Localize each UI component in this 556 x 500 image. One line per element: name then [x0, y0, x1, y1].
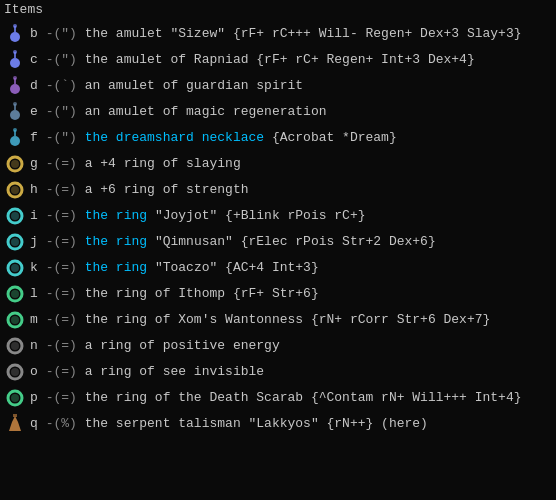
item-sym: -(%): [46, 416, 77, 431]
item-key: b: [30, 26, 38, 41]
list-item: b -(") the amulet "Sizew" {rF+ rC+++ Wil…: [4, 21, 552, 47]
item-sym: -(=): [46, 156, 77, 171]
item-key: l: [30, 286, 38, 301]
item-text-j: j -(=) the ring "Qimnusan" {rElec rPois …: [30, 233, 552, 251]
ring-yellow-icon: [4, 153, 26, 175]
item-text-g: g -(=) a +4 ring of slaying: [30, 155, 552, 173]
item-sym: -(=): [46, 286, 77, 301]
ring-icon: [4, 283, 26, 305]
list-item: n -(=) a ring of positive energy: [4, 333, 552, 359]
item-name-special: the ring: [85, 260, 147, 275]
item-props: "Qimnusan" {rElec rPois Str+2 Dex+6}: [147, 234, 436, 249]
item-text-l: l -(=) the ring of Ithomp {rF+ Str+6}: [30, 285, 552, 303]
ring-icon: [4, 205, 26, 227]
item-text-f: f -(") the dreamshard necklace {Acrobat …: [30, 129, 552, 147]
item-key: d: [30, 78, 38, 93]
item-sym: -(=): [46, 390, 77, 405]
svg-point-12: [10, 136, 20, 146]
talisman-icon: [4, 413, 26, 435]
list-item: k -(=) the ring "Toaczo" {AC+4 Int+3}: [4, 255, 552, 281]
ring-yellow-icon: [4, 179, 26, 201]
item-text-o: o -(=) a ring of see invisible: [30, 363, 552, 381]
item-text-q: q -(%) the serpent talisman "Lakkyos" {r…: [30, 415, 552, 433]
list-item: e -(") an amulet of magic regeneration: [4, 99, 552, 125]
list-item: p -(=) the ring of the Death Scarab {^Co…: [4, 385, 552, 411]
svg-point-0: [10, 32, 20, 42]
item-key: k: [30, 260, 38, 275]
item-name: the ring of Ithomp {rF+ Str+6}: [85, 286, 319, 301]
list-item: h -(=) a +6 ring of strength: [4, 177, 552, 203]
svg-point-8: [13, 76, 17, 80]
svg-point-32: [11, 368, 19, 376]
item-text-b: b -(") the amulet "Sizew" {rF+ rC+++ Wil…: [30, 25, 552, 43]
item-props: {Acrobat *Dream}: [264, 130, 397, 145]
item-sym: -(=): [46, 364, 77, 379]
item-key: n: [30, 338, 38, 353]
list-item: o -(=) a ring of see invisible: [4, 359, 552, 385]
item-name: the amulet "Sizew" {rF+ rC+++ Will- Rege…: [85, 26, 522, 41]
ring-icon: [4, 309, 26, 331]
item-key: f: [30, 130, 38, 145]
item-key: e: [30, 104, 38, 119]
item-sym: -("): [46, 52, 77, 67]
svg-point-14: [13, 128, 17, 132]
svg-point-18: [11, 186, 19, 194]
list-item: l -(=) the ring of Ithomp {rF+ Str+6}: [4, 281, 552, 307]
item-text-d: d -(`) an amulet of guardian spirit: [30, 77, 552, 95]
list-item: f -(") the dreamshard necklace {Acrobat …: [4, 125, 552, 151]
item-name: an amulet of magic regeneration: [85, 104, 327, 119]
item-list: b -(") the amulet "Sizew" {rF+ rC+++ Wil…: [4, 21, 552, 437]
list-item: j -(=) the ring "Qimnusan" {rElec rPois …: [4, 229, 552, 255]
item-name: a ring of positive energy: [85, 338, 280, 353]
svg-marker-35: [9, 416, 21, 431]
ring-icon: [4, 387, 26, 409]
item-name-special: the dreamshard necklace: [85, 130, 264, 145]
item-text-n: n -(=) a ring of positive energy: [30, 337, 552, 355]
item-props: "Toaczo" {AC+4 Int+3}: [147, 260, 319, 275]
item-name: a ring of see invisible: [85, 364, 264, 379]
svg-point-3: [10, 58, 20, 68]
list-item: q -(%) the serpent talisman "Lakkyos" {r…: [4, 411, 552, 437]
item-key: p: [30, 390, 38, 405]
item-sym: -(=): [46, 338, 77, 353]
svg-point-2: [13, 24, 17, 28]
list-item: c -(") the amulet of Rapniad {rF+ rC+ Re…: [4, 47, 552, 73]
item-sym: -(=): [46, 234, 77, 249]
item-key: q: [30, 416, 38, 431]
item-text-e: e -(") an amulet of magic regeneration: [30, 103, 552, 121]
item-text-h: h -(=) a +6 ring of strength: [30, 181, 552, 199]
amulet-icon: [4, 49, 26, 71]
item-name: the ring of the Death Scarab {^Contam rN…: [85, 390, 522, 405]
item-sym: -(`): [46, 78, 77, 93]
svg-point-34: [11, 394, 19, 402]
svg-point-9: [10, 110, 20, 120]
svg-point-28: [11, 316, 19, 324]
item-key: h: [30, 182, 38, 197]
svg-point-22: [11, 238, 19, 246]
item-text-i: i -(=) the ring "Joyjot" {+Blink rPois r…: [30, 207, 552, 225]
amulet-icon: [4, 127, 26, 149]
item-name: the serpent talisman "Lakkyos" {rN++} (h…: [85, 416, 428, 431]
item-key: i: [30, 208, 38, 223]
item-sym: -(=): [46, 182, 77, 197]
item-key: c: [30, 52, 38, 67]
ring-icon: [4, 257, 26, 279]
item-text-m: m -(=) the ring of Xom's Wantonness {rN+…: [30, 311, 552, 329]
svg-point-30: [11, 342, 19, 350]
item-sym: -("): [46, 26, 77, 41]
svg-point-20: [11, 212, 19, 220]
item-text-c: c -(") the amulet of Rapniad {rF+ rC+ Re…: [30, 51, 552, 69]
svg-point-26: [11, 290, 19, 298]
item-name: a +6 ring of strength: [85, 182, 249, 197]
item-sym: -(=): [46, 260, 77, 275]
item-key: j: [30, 234, 38, 249]
item-name: the amulet of Rapniad {rF+ rC+ Regen+ In…: [85, 52, 475, 67]
svg-point-24: [11, 264, 19, 272]
title: Items: [4, 2, 552, 17]
svg-rect-36: [13, 414, 17, 417]
item-sym: -(=): [46, 312, 77, 327]
amulet-icon: [4, 75, 26, 97]
item-name-special: the ring: [85, 234, 147, 249]
item-key: o: [30, 364, 38, 379]
item-text-k: k -(=) the ring "Toaczo" {AC+4 Int+3}: [30, 259, 552, 277]
